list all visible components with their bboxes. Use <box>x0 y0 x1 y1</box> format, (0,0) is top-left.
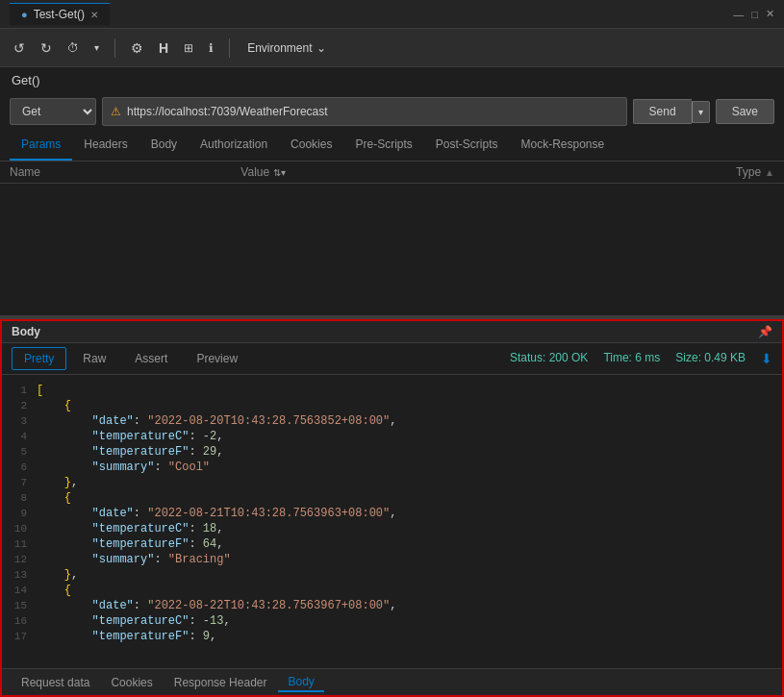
send-dropdown-button[interactable]: ▾ <box>692 101 710 123</box>
bottom-tab-request-data[interactable]: Request data <box>12 674 99 691</box>
url-input-wrapper: ⚠ <box>102 97 627 126</box>
resp-tab-pretty[interactable]: Pretty <box>12 347 66 370</box>
line-content: "temperatureF": 64, <box>37 537 223 551</box>
line-number: 10 <box>2 523 37 535</box>
url-bar: Get ⚠ Send ▾ Save <box>0 93 784 130</box>
code-line: 7 }, <box>2 475 782 490</box>
method-select[interactable]: Get <box>10 98 96 125</box>
line-number: 13 <box>2 569 37 581</box>
line-content: "date": "2022-08-20T10:43:28.7563852+08:… <box>37 414 396 428</box>
scrollbar-up-icon: ▲ <box>765 167 774 178</box>
params-header: Name Value ⇅▾ Type ▲ <box>0 162 784 184</box>
line-number: 1 <box>2 385 37 396</box>
line-content: "temperatureC": 18, <box>37 522 223 535</box>
bottom-tab-cookies[interactable]: Cookies <box>101 674 162 691</box>
line-number: 7 <box>2 477 37 488</box>
line-number: 9 <box>2 508 37 519</box>
save-button[interactable]: Save <box>716 99 774 124</box>
header-icon[interactable]: H <box>155 38 172 58</box>
line-content: }, <box>37 568 78 582</box>
line-content: { <box>37 399 71 412</box>
redo-icon[interactable]: ↻ <box>37 38 56 58</box>
time-label: Time: 6 ms <box>603 351 660 366</box>
code-line: 5 "temperatureF": 29, <box>2 444 782 460</box>
code-line: 11 "temperatureF": 64, <box>2 536 782 552</box>
tab-params[interactable]: Params <box>10 130 72 161</box>
line-number: 3 <box>2 415 37 427</box>
code-line: 9 "date": "2022-08-21T10:43:28.7563963+0… <box>2 506 782 521</box>
line-content: "temperatureF": 9, <box>37 630 216 643</box>
line-content: { <box>37 491 71 505</box>
line-number: 8 <box>2 492 37 504</box>
code-line: 17 "temperatureF": 9, <box>2 629 782 644</box>
resp-tab-raw[interactable]: Raw <box>70 347 118 370</box>
code-line: 13 }, <box>2 567 782 583</box>
code-line: 10 "temperatureC": 18, <box>2 521 782 536</box>
resp-tab-preview[interactable]: Preview <box>184 347 250 370</box>
tab-post-scripts[interactable]: Post-Scripts <box>424 130 510 161</box>
info-icon[interactable]: ℹ <box>205 39 217 57</box>
col-name-header: Name <box>10 165 240 179</box>
url-input[interactable] <box>127 105 619 118</box>
response-label: Body <box>12 325 40 338</box>
title-tab[interactable]: ● Test-Get() ✕ <box>10 3 110 25</box>
window-minimize-icon[interactable]: — <box>733 9 744 20</box>
line-content: "date": "2022-08-21T10:43:28.7563963+08:… <box>37 507 396 520</box>
size-label: Size: 0.49 KB <box>675 351 746 366</box>
chevron-down-icon[interactable]: ▾ <box>90 40 103 55</box>
send-button[interactable]: Send <box>633 99 692 124</box>
params-area: Name Value ⇅▾ Type ▲ <box>0 162 784 315</box>
line-content: [ <box>37 384 43 397</box>
tab-body[interactable]: Body <box>139 130 189 161</box>
title-bar: ● Test-Get() ✕ — □ ✕ <box>0 0 784 29</box>
line-content: "temperatureF": 29, <box>37 445 223 459</box>
window-close-icon[interactable]: ✕ <box>766 8 774 20</box>
tab-headers[interactable]: Headers <box>72 130 139 161</box>
resp-tab-assert[interactable]: Assert <box>122 347 180 370</box>
environment-chevron: ⌄ <box>316 41 326 55</box>
line-number: 11 <box>2 538 37 550</box>
tab-mock-response[interactable]: Mock-Response <box>510 130 617 161</box>
environment-label: Environment <box>247 41 312 55</box>
tab-authorization[interactable]: Authorization <box>189 130 279 161</box>
window-maximize-icon[interactable]: □ <box>751 9 758 20</box>
status-info: Status: 200 OK Time: 6 ms Size: 0.49 KB … <box>510 351 772 366</box>
tab-cookies[interactable]: Cookies <box>279 130 343 161</box>
layout-icon[interactable]: ⊞ <box>180 39 197 57</box>
download-icon[interactable]: ⬇ <box>761 351 772 366</box>
col-value-header: Value ⇅▾ <box>240 165 703 179</box>
line-content: { <box>37 584 71 597</box>
request-tabs-bar: Params Headers Body Authorization Cookie… <box>0 130 784 162</box>
pin-icon[interactable]: 📌 <box>758 325 772 338</box>
close-icon[interactable]: ✕ <box>90 10 98 20</box>
line-number: 4 <box>2 431 37 442</box>
params-empty-area <box>0 184 784 299</box>
request-method-title: Get() <box>12 73 40 87</box>
response-tab-group: Pretty Raw Assert Preview <box>12 347 250 370</box>
tab-pre-scripts[interactable]: Pre-Scripts <box>343 130 423 161</box>
timer-icon[interactable]: ⏱ <box>63 39 83 57</box>
line-content: "summary": "Cool" <box>37 461 210 474</box>
code-line: 15 "date": "2022-08-22T10:43:28.7563967+… <box>2 598 782 613</box>
code-line: 2 { <box>2 398 782 413</box>
col-type-header: Type <box>703 165 761 179</box>
line-number: 6 <box>2 461 37 473</box>
toolbar-divider <box>114 38 115 58</box>
code-line: 8 { <box>2 490 782 506</box>
code-line: 3 "date": "2022-08-20T10:43:28.7563852+0… <box>2 413 782 429</box>
line-content: }, <box>37 476 78 489</box>
line-number: 5 <box>2 446 37 458</box>
environment-button[interactable]: Environment ⌄ <box>241 38 331 58</box>
bottom-tab-body[interactable]: Body <box>278 673 323 692</box>
line-content: "temperatureC": -2, <box>37 430 223 443</box>
toolbar-divider2 <box>229 38 230 58</box>
code-area: 1 [ 2 { 3 "date": "2022-08-20T10:43:28.7… <box>2 375 782 668</box>
sort-icon[interactable]: ⇅▾ <box>273 167 286 178</box>
bottom-tab-response-header[interactable]: Response Header <box>164 674 277 691</box>
code-line: 12 "summary": "Bracing" <box>2 552 782 567</box>
response-tabs: Pretty Raw Assert Preview Status: 200 OK… <box>2 343 782 375</box>
code-line: 6 "summary": "Cool" <box>2 460 782 475</box>
settings-icon[interactable]: ⚙ <box>127 38 147 58</box>
line-number: 16 <box>2 615 37 627</box>
undo-icon[interactable]: ↺ <box>10 38 29 58</box>
